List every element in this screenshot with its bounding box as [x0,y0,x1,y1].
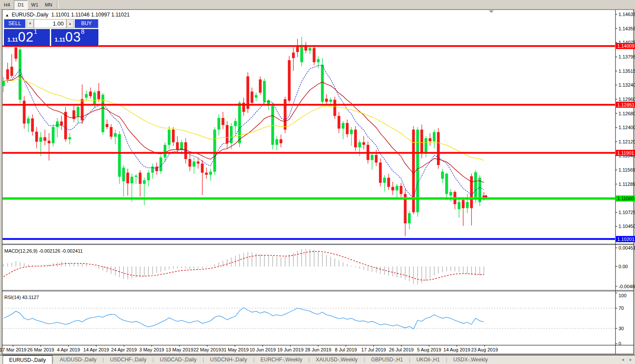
macd-indicator-label: MACD(12,26,9) -0.002126 -0.002411 [4,248,83,254]
sell-price-display[interactable]: 1.11021 [4,29,50,46]
svg-text:31 May 2019: 31 May 2019 [221,347,249,352]
tab-gbpusd-h1[interactable]: GBPUSD-,H1 [365,355,409,364]
buy-price-display[interactable]: 1.11038 [51,29,98,46]
svg-text:17 Jul 2019: 17 Jul 2019 [361,347,386,352]
svg-text:1.12680: 1.12680 [619,111,635,116]
svg-text:30: 30 [619,326,624,331]
svg-text:1.11285: 1.11285 [619,182,635,187]
svg-text:100: 100 [619,293,626,298]
tab-usdx-weekly[interactable]: USDX-,Weekly [447,355,494,364]
tab-audusd-daily[interactable]: AUDUSD-,Daily [54,355,103,364]
svg-text:1.12851: 1.12851 [617,102,635,107]
svg-text:19 Jun 2019: 19 Jun 2019 [277,347,304,352]
svg-text:1.14355: 1.14355 [619,26,635,31]
svg-text:14 Aug 2019: 14 Aug 2019 [443,347,470,352]
timeframe-button-w1[interactable]: W1 [28,0,42,10]
svg-text:1.11000: 1.11000 [617,196,634,201]
one-click-collapse-icon[interactable]: ▲ [5,13,9,17]
timeframe-button-h4[interactable]: H4 [0,0,14,10]
timeframe-button-d1[interactable]: D1 [14,0,28,10]
buy-price-main: 03 [65,29,81,45]
sell-price-pip: 1 [34,28,37,35]
volume-input[interactable] [34,19,66,28]
svg-text:22 May 2019: 22 May 2019 [193,347,221,352]
svg-text:1.12960: 1.12960 [619,97,635,102]
chart-title: ▲EURUSD-,Daily 1.11001 1.11046 1.10997 1… [5,12,130,18]
svg-text:-0.004806: -0.004806 [619,284,635,289]
tab-usdchf-daily[interactable]: USDCHF-,Daily [104,355,153,364]
buy-price-pip: 8 [81,28,85,35]
timeframe-toolbar: H4D1W1MN [0,0,635,10]
tab-ukoil-h1[interactable]: UKOil-,H1 [410,355,446,364]
volume-decrease-icon[interactable]: ▼ [26,19,34,28]
svg-text:1.13240: 1.13240 [619,82,635,88]
svg-text:0.00: 0.00 [619,264,628,269]
svg-text:5 Aug 2019: 5 Aug 2019 [417,347,441,352]
svg-text:10 Jun 2019: 10 Jun 2019 [250,347,276,352]
svg-text:23 Aug 2019: 23 Aug 2019 [471,347,498,352]
buy-price-prefix: 1.11 [55,36,65,43]
svg-text:14 Apr 2019: 14 Apr 2019 [83,347,109,352]
sell-price-prefix: 1.11 [7,36,18,43]
svg-text:1.13795: 1.13795 [619,54,635,59]
tab-usdcnh-daily[interactable]: USDCNH-,Daily [204,355,253,364]
svg-text:1.10201: 1.10201 [617,237,635,242]
svg-text:13 May 2019: 13 May 2019 [166,347,193,352]
mt4-application-window: H4D1W1MN 1.146351.143551.140751.137951.1… [0,0,635,364]
chart-ohlc-values: 1.11001 1.11046 1.10997 1.11021 [51,12,130,18]
svg-text:24 Apr 2019: 24 Apr 2019 [111,347,137,352]
tabs-scroll-right-icon[interactable]: ▸ [628,357,634,363]
volume-increase-icon[interactable]: ▲ [66,19,74,28]
tab-usdcad-daily[interactable]: USDCAD-,Daily [154,355,203,364]
svg-text:17 Mar 2019: 17 Mar 2019 [0,347,26,352]
svg-text:28 Jun 2019: 28 Jun 2019 [305,347,332,352]
chart-window: 1.146351.143551.140751.137951.135151.132… [0,10,635,354]
rsi-indicator-label: RSI(14) 43.1127 [4,295,39,300]
svg-text:1.12120: 1.12120 [619,139,635,144]
symbol-tabs-bar: ◂ ▸ EURUSD-,Daily|AUDUSD-,Daily|USDCHF-,… [0,355,635,364]
svg-text:1.10725: 1.10725 [619,210,635,215]
sell-button[interactable]: SELL [4,19,26,28]
svg-text:26 Jul 2019: 26 Jul 2019 [389,347,414,352]
svg-text:8 Jul 2019: 8 Jul 2019 [335,347,357,352]
svg-text:70: 70 [619,306,624,311]
svg-text:1.11901: 1.11901 [617,150,634,156]
sell-price-main: 02 [18,29,34,45]
tab-xauusd-weekly[interactable]: XAUUSD-,Weekly [310,355,364,364]
toolbar-separator [57,1,59,8]
one-click-trading-panel: SELL ▼ ▲ BUY 1.11021 1.11038 [3,19,99,46]
svg-text:0.004517: 0.004517 [619,245,635,250]
svg-text:0: 0 [619,341,621,346]
buy-button[interactable]: BUY [75,19,98,28]
svg-text:1.11565: 1.11565 [619,167,635,172]
tab-eurusd-daily[interactable]: EURUSD-,Daily [3,355,52,364]
svg-text:1.14635: 1.14635 [619,12,635,17]
svg-text:1.14009: 1.14009 [617,43,635,49]
tab-eurchf-weekly[interactable]: EURCHF-,Weekly [254,355,308,364]
svg-text:1.10450: 1.10450 [619,224,635,229]
svg-text:1.13515: 1.13515 [619,68,635,74]
svg-text:26 Mar 2019: 26 Mar 2019 [27,347,54,352]
svg-text:1.12400: 1.12400 [619,125,635,130]
timeframe-button-mn[interactable]: MN [42,0,55,10]
svg-text:3 May 2019: 3 May 2019 [139,347,164,352]
svg-text:4 Apr 2019: 4 Apr 2019 [57,347,80,352]
tabs-scroll-left-icon[interactable]: ◂ [620,357,626,363]
chart-symbol-period: EURUSD-,Daily [12,12,49,18]
chart-canvas[interactable]: 1.146351.143551.140751.137951.135151.132… [0,10,635,354]
